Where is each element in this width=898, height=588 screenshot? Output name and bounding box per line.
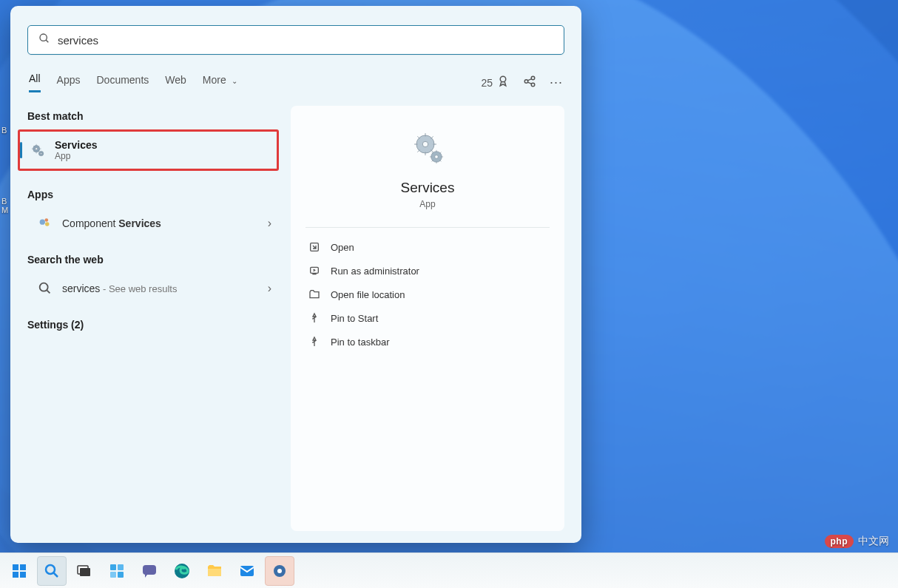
svg-point-12 (40, 220, 45, 225)
tab-all[interactable]: All (29, 72, 41, 92)
svg-point-3 (524, 80, 528, 84)
svg-point-15 (40, 283, 48, 291)
taskbar-search[interactable] (37, 556, 67, 586)
action-open[interactable]: Open (305, 235, 550, 259)
chevron-right-icon: › (268, 217, 271, 230)
result-subtitle: App (55, 151, 98, 161)
taskbar-edge[interactable] (167, 556, 197, 586)
svg-line-6 (527, 79, 531, 81)
svg-point-9 (36, 148, 38, 150)
action-pin-start[interactable]: Pin to Start (305, 306, 550, 330)
svg-line-28 (54, 572, 58, 577)
chevron-right-icon: › (268, 282, 271, 295)
taskbar-task-view[interactable] (70, 556, 99, 586)
desktop-icon-label: B (1, 126, 7, 135)
svg-point-13 (45, 222, 50, 226)
result-services-app[interactable]: Services App (20, 132, 277, 169)
action-open-location[interactable]: Open file location (305, 283, 550, 306)
tab-more[interactable]: More ⌄ (203, 74, 237, 92)
component-services-icon (37, 215, 53, 232)
svg-rect-25 (13, 572, 18, 578)
taskbar-mail[interactable] (232, 556, 262, 586)
svg-point-14 (45, 218, 49, 222)
svg-point-40 (277, 569, 282, 573)
result-web-search[interactable]: services - See web results › (27, 273, 279, 304)
svg-point-20 (435, 155, 439, 159)
best-match-heading: Best match (27, 106, 279, 129)
settings-heading: Settings (2) (27, 314, 279, 338)
result-component-services[interactable]: Component Services › (27, 208, 279, 239)
start-button[interactable] (4, 556, 34, 586)
taskbar-app[interactable] (265, 556, 294, 586)
svg-rect-23 (13, 564, 18, 570)
annotation-highlight: Services App (18, 129, 279, 171)
detail-pane: Services App Open Run as administrator O… (291, 106, 564, 531)
svg-rect-26 (20, 572, 26, 578)
divider (305, 227, 550, 228)
svg-point-4 (531, 76, 535, 80)
svg-line-16 (47, 290, 50, 293)
svg-line-7 (527, 82, 531, 84)
filter-tabs: All Apps Documents Web More ⌄ 25 ··· (27, 72, 564, 92)
svg-rect-34 (118, 572, 124, 578)
svg-line-1 (46, 40, 48, 42)
services-app-icon (409, 129, 446, 166)
svg-point-27 (46, 565, 55, 574)
search-web-heading: Search the web (27, 249, 279, 273)
tab-web[interactable]: Web (165, 74, 186, 92)
svg-rect-32 (118, 564, 124, 570)
search-icon (37, 280, 53, 297)
search-input[interactable] (58, 34, 553, 47)
svg-rect-37 (208, 569, 221, 576)
taskbar-chat[interactable] (135, 556, 164, 586)
start-search-panel: All Apps Documents Web More ⌄ 25 ··· Bes… (10, 6, 581, 543)
svg-rect-33 (110, 572, 116, 578)
svg-point-11 (41, 153, 42, 155)
result-title: Services (55, 139, 98, 151)
chevron-down-icon: ⌄ (232, 77, 237, 85)
taskbar-file-explorer[interactable] (200, 556, 229, 586)
share-icon[interactable] (523, 75, 536, 90)
services-icon (30, 142, 46, 158)
watermark: php 中文网 (825, 535, 890, 548)
desktop-icon-label: BM (1, 197, 8, 214)
medal-icon (496, 75, 510, 90)
results-list: Best match Services App Apps (27, 106, 279, 531)
svg-rect-24 (20, 564, 26, 570)
tab-apps[interactable]: Apps (57, 74, 81, 92)
taskbar (0, 552, 898, 588)
search-icon (38, 33, 50, 47)
taskbar-widgets[interactable] (102, 556, 132, 586)
svg-point-0 (40, 34, 47, 41)
svg-rect-30 (80, 568, 90, 576)
rewards-points[interactable]: 25 (481, 75, 510, 90)
more-options-icon[interactable]: ··· (550, 75, 563, 90)
action-pin-taskbar[interactable]: Pin to taskbar (305, 330, 550, 354)
svg-rect-35 (143, 565, 156, 575)
detail-title: Services (401, 180, 455, 196)
tab-documents[interactable]: Documents (96, 74, 149, 92)
svg-point-18 (422, 141, 428, 147)
svg-point-2 (500, 76, 506, 82)
apps-heading: Apps (27, 184, 279, 208)
action-run-admin[interactable]: Run as administrator (305, 259, 550, 283)
svg-rect-31 (110, 564, 116, 570)
svg-point-5 (531, 83, 535, 87)
search-box[interactable] (27, 25, 564, 55)
detail-subtitle: App (419, 199, 435, 209)
